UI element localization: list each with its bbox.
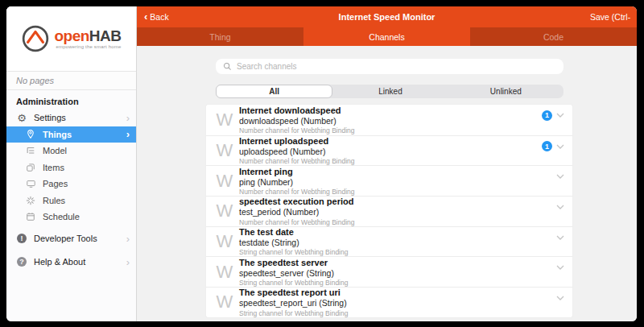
channel-title: The speedtest server bbox=[239, 258, 550, 268]
sparkle-icon bbox=[25, 195, 36, 206]
sidebar-item-schedule[interactable]: Schedule bbox=[6, 209, 136, 226]
segment-unlinked[interactable]: Unlinked bbox=[448, 85, 564, 98]
channel-row-speedtest-server[interactable]: W The speedtest server speedtest_server … bbox=[206, 256, 572, 287]
chevron-right-icon: › bbox=[126, 257, 130, 267]
sidebar-item-items[interactable]: Items bbox=[6, 159, 136, 176]
titlebar: ‹ Back Internet Speed Monitor Save (Ctrl… bbox=[137, 6, 637, 27]
copy-icon bbox=[25, 162, 36, 173]
channel-title: The speedtest report uri bbox=[239, 288, 550, 298]
channel-list: W Internet downloadspeed downloadspeed (… bbox=[206, 105, 572, 317]
channel-description: Number channel for Webthing Binding bbox=[239, 157, 537, 165]
chevron-down-icon[interactable] bbox=[555, 262, 566, 273]
webthing-letter-icon: W bbox=[214, 233, 235, 250]
chevron-down-icon[interactable] bbox=[555, 171, 566, 182]
channel-row-downloadspeed[interactable]: W Internet downloadspeed downloadspeed (… bbox=[206, 105, 572, 135]
tab-thing[interactable]: Thing bbox=[137, 27, 303, 46]
channel-description: String channel for Webthing Binding bbox=[239, 279, 550, 287]
no-pages-label: No pages bbox=[6, 71, 136, 90]
main-pane: ‹ Back Internet Speed Monitor Save (Ctrl… bbox=[137, 6, 637, 321]
chevron-right-icon: › bbox=[126, 234, 130, 244]
webthing-letter-icon: W bbox=[214, 293, 235, 311]
channel-id: ping (Number) bbox=[239, 177, 550, 187]
channel-id: downloadspeed (Number) bbox=[239, 116, 537, 126]
sidebar-item-settings[interactable]: ⚙ Settings › bbox=[6, 110, 136, 126]
tab-bar: Thing Channels Code bbox=[137, 27, 637, 46]
tools-circle-icon: ! bbox=[16, 233, 27, 244]
channel-title: Internet uploadspeed bbox=[239, 136, 537, 147]
channel-id: speedtest_server (String) bbox=[239, 268, 550, 278]
tab-code[interactable]: Code bbox=[470, 27, 637, 46]
segment-all[interactable]: All bbox=[216, 85, 332, 98]
channel-id: test_period (Number) bbox=[239, 207, 550, 217]
chevron-down-icon[interactable] bbox=[555, 292, 566, 304]
channel-description: Number channel for Webthing Binding bbox=[239, 188, 550, 196]
channel-description: String channel for Webthing Binding bbox=[239, 248, 550, 256]
search-input[interactable] bbox=[237, 62, 558, 71]
channel-row-speedtest-report-uri[interactable]: W The speedtest report uri speedtest_rep… bbox=[206, 287, 572, 317]
sidebar: openHAB empowering the smart home No pag… bbox=[6, 6, 137, 321]
chevron-down-icon[interactable] bbox=[555, 110, 566, 121]
gear-icon: ⚙ bbox=[16, 112, 27, 123]
channel-description: Number channel for Webthing Binding bbox=[239, 126, 537, 135]
channel-description: String channel for Webthing Binding bbox=[239, 309, 550, 317]
webthing-letter-icon: W bbox=[214, 263, 235, 281]
back-arrow-icon: ‹ bbox=[144, 11, 147, 22]
openhab-logo-icon bbox=[21, 24, 50, 53]
tree-list-icon bbox=[25, 145, 36, 156]
back-button[interactable]: ‹ Back bbox=[137, 12, 169, 22]
sidebar-item-model[interactable]: Model bbox=[6, 143, 136, 159]
sidebar-item-developer-tools[interactable]: ! Developer Tools › bbox=[6, 227, 136, 250]
brand-name: openHAB bbox=[54, 28, 121, 43]
webthing-letter-icon: W bbox=[214, 142, 235, 159]
sidebar-item-pages[interactable]: Pages bbox=[6, 176, 136, 192]
channel-id: uploadspeed (Number) bbox=[239, 147, 537, 156]
search-bar bbox=[216, 59, 564, 74]
channel-row-uploadspeed[interactable]: W Internet uploadspeed uploadspeed (Numb… bbox=[206, 135, 572, 166]
calendar-icon bbox=[25, 211, 36, 222]
channel-description: Number channel for Webthing Binding bbox=[239, 218, 550, 226]
location-pin-icon bbox=[25, 129, 36, 140]
channel-title: The test date bbox=[239, 227, 550, 238]
linked-count-badge: 1 bbox=[542, 110, 552, 121]
chevron-right-icon: › bbox=[126, 129, 130, 139]
search-icon bbox=[221, 61, 233, 72]
display-icon bbox=[25, 178, 36, 189]
sidebar-item-rules[interactable]: Rules bbox=[6, 192, 136, 209]
tab-channels[interactable]: Channels bbox=[303, 27, 470, 46]
channel-title: Internet ping bbox=[239, 167, 550, 177]
webthing-letter-icon: W bbox=[214, 172, 235, 190]
logo: openHAB empowering the smart home bbox=[6, 6, 136, 71]
channel-row-test-period[interactable]: W speedtest execution period test_period… bbox=[206, 196, 572, 226]
page-title: Internet Speed Monitor bbox=[137, 12, 637, 22]
channel-title: Internet downloadspeed bbox=[239, 106, 537, 116]
webthing-letter-icon: W bbox=[214, 202, 235, 220]
channel-title: speedtest execution period bbox=[239, 197, 550, 207]
webthing-letter-icon: W bbox=[214, 111, 235, 129]
sidebar-item-things[interactable]: Things › bbox=[6, 126, 136, 143]
sidebar-section-title: Administration bbox=[6, 90, 136, 110]
channel-row-ping[interactable]: W Internet ping ping (Number) Number cha… bbox=[206, 165, 572, 196]
chevron-down-icon[interactable] bbox=[555, 141, 566, 152]
channel-id: testdate (String) bbox=[239, 238, 550, 247]
save-button[interactable]: Save (Ctrl- bbox=[590, 12, 637, 22]
app-window: openHAB empowering the smart home No pag… bbox=[6, 6, 637, 321]
chevron-down-icon[interactable] bbox=[555, 201, 566, 213]
channel-id: speedtest_report_uri (String) bbox=[239, 298, 550, 308]
linked-count-badge: 1 bbox=[542, 141, 552, 151]
brand-tagline: empowering the smart home bbox=[54, 44, 121, 49]
chevron-right-icon: › bbox=[126, 113, 130, 123]
question-circle-icon: ? bbox=[16, 256, 27, 267]
sidebar-item-help-about[interactable]: ? Help & About › bbox=[6, 250, 136, 274]
filter-segmented-control: All Linked Unlinked bbox=[216, 85, 564, 98]
channels-content: All Linked Unlinked W Internet downloads… bbox=[137, 46, 637, 321]
chevron-down-icon[interactable] bbox=[555, 232, 566, 243]
channel-row-testdate[interactable]: W The test date testdate (String) String… bbox=[206, 226, 572, 257]
segment-linked[interactable]: Linked bbox=[332, 85, 448, 98]
